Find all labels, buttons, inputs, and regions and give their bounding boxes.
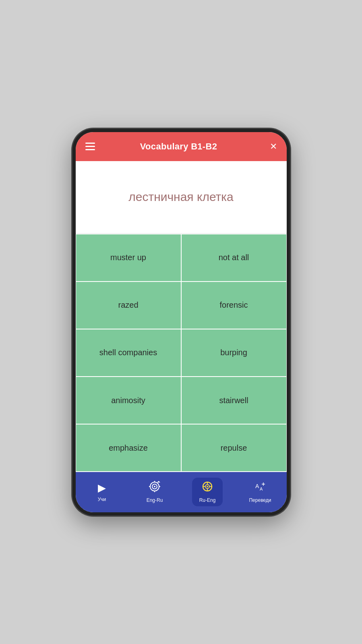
grid-cell-forensic[interactable]: forensic — [181, 282, 287, 329]
nav-label-ru-eng: Ru-Eng — [199, 497, 216, 503]
word-display-area: лестничная клетка — [76, 161, 287, 234]
russian-word: лестничная клетка — [119, 190, 243, 204]
grid-cell-emphasize[interactable]: emphasize — [76, 424, 181, 472]
nav-label-learn: Учи — [98, 497, 106, 502]
grid-cell-not-at-all[interactable]: not at all — [181, 234, 287, 282]
grid-cell-muster-up[interactable]: muster up — [76, 234, 181, 282]
grid-cell-stairwell[interactable]: stairwell — [181, 377, 287, 424]
nav-item-learn[interactable]: ▶ Учи — [76, 482, 128, 502]
play-icon: ▶ — [98, 482, 106, 494]
grid-cell-animosity[interactable]: animosity — [76, 377, 181, 424]
nav-active-bg: Ru-Eng — [192, 478, 223, 506]
crosshair-icon — [202, 481, 213, 495]
menu-icon[interactable] — [85, 143, 95, 150]
grid-cell-burping[interactable]: burping — [181, 329, 287, 377]
svg-text:A: A — [255, 483, 259, 489]
nav-label-translate: Переведи — [249, 497, 271, 503]
nav-item-ru-eng[interactable]: Ru-Eng — [181, 478, 234, 506]
phone-frame: Vocabulary B1-B2 ✕ лестничная клетка mus… — [72, 129, 290, 516]
bottom-navigation: ▶ Учи Eng-Ru — [76, 472, 287, 512]
translate-icon: A A — [254, 481, 266, 495]
app-header: Vocabulary B1-B2 ✕ — [76, 132, 287, 161]
grid-cell-repulse[interactable]: repulse — [181, 424, 287, 472]
app-title: Vocabulary B1-B2 — [140, 141, 217, 152]
grid-cell-razed[interactable]: razed — [76, 282, 181, 329]
nav-item-eng-ru[interactable]: Eng-Ru — [128, 481, 181, 503]
close-icon[interactable]: ✕ — [263, 141, 277, 152]
svg-point-2 — [154, 486, 155, 487]
svg-text:A: A — [260, 487, 263, 491]
vocabulary-grid: muster up not at all razed forensic shel… — [76, 234, 287, 472]
target-icon — [149, 481, 160, 495]
nav-item-translate[interactable]: A A Переведи — [234, 481, 287, 503]
grid-cell-shell-companies[interactable]: shell companies — [76, 329, 181, 377]
svg-point-13 — [207, 486, 208, 487]
nav-label-eng-ru: Eng-Ru — [147, 497, 163, 503]
